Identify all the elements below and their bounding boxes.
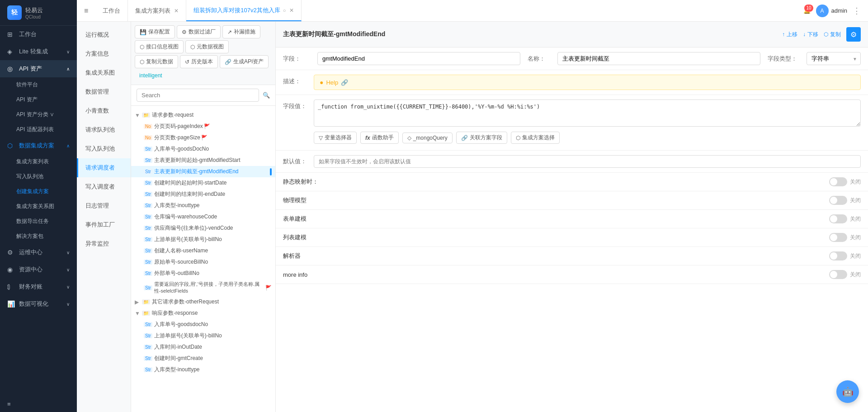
left-nav-request-queue[interactable]: 请求队列池 (77, 120, 131, 139)
sidebar-item-data-solution[interactable]: ⬡ 数据集成方案 ∧ (0, 137, 77, 154)
tree-node-inouttype-resp[interactable]: Str 入库类型-inouttype (131, 364, 275, 375)
search-input[interactable] (137, 89, 259, 102)
tree-node-gmt-end[interactable]: Str 主表更新时间截至-gmtModifiedEnd (131, 166, 275, 177)
sidebar-item-api-adapter[interactable]: API 适配器列表 (0, 122, 77, 137)
tree-node-source-bill[interactable]: Str 原始单号-sourceBillNo (131, 256, 275, 268)
sidebar-item-bottom[interactable]: ≡ (0, 396, 77, 412)
sidebar-item-ds-list[interactable]: 集成方案列表 (0, 154, 77, 169)
tree-node-select-fields[interactable]: Str 需要返回的字段,用','号拼接，子类用子类名称.属性-selelctFi… (131, 279, 275, 296)
save-config-button[interactable]: 💾 保存配置 (135, 25, 175, 38)
left-nav-solution-info[interactable]: 方案信息 (77, 44, 131, 63)
notification-bell[interactable]: 🔔 10 (803, 7, 811, 14)
left-nav-request-debugger[interactable]: 请求调度者 (77, 158, 131, 177)
tab-workspace[interactable]: 工作台 (95, 0, 128, 21)
sidebar-item-api-assets[interactable]: API 资产 (0, 92, 77, 107)
left-nav-data-mgmt[interactable]: 数据管理 (77, 82, 131, 101)
copy-data-button[interactable]: ⬡ 复制元数据 (135, 55, 178, 68)
sidebar-item-workspace[interactable]: ⊞ 工作台 (0, 26, 77, 43)
form-build-switch[interactable] (829, 214, 847, 223)
sidebar-item-finance[interactable]: ₿ 财务对账 ∨ (0, 278, 77, 295)
tree-node-goods-doc-no[interactable]: Str 入库单号-goodsdocNo (131, 319, 275, 330)
left-nav-log-mgmt[interactable]: 日志管理 (77, 196, 131, 215)
sidebar-item-api[interactable]: ◎ API 资产 ∧ (0, 60, 77, 77)
more-info-switch[interactable] (829, 270, 847, 279)
tree-node-request-params[interactable]: ▼ 📁 请求参数-request (131, 109, 275, 121)
supplement-button[interactable]: ↗ 补漏措施 (222, 25, 260, 38)
func-helper-button[interactable]: fx 函数助手 (360, 132, 399, 144)
meta-view-button[interactable]: ⬡ 元数据视图 (185, 40, 229, 53)
field-type-select[interactable]: 字符串 整数 浮点数 布尔 日期 对象 数组 (807, 52, 861, 65)
toggle-other-request[interactable]: ▶ (135, 299, 141, 305)
toggle-response-params[interactable]: ▼ (135, 310, 141, 317)
menu-toggle-icon[interactable]: ≡ (84, 7, 88, 15)
parser-switch[interactable] (829, 251, 847, 260)
tree-node-out-bill[interactable]: Str 外部单号-outBillNo (131, 268, 275, 279)
left-nav-integration-map[interactable]: 集成关系图 (77, 63, 131, 82)
tree-node-vend-code[interactable]: Str 供应商编号(往来单位)-vendCode (131, 223, 275, 234)
tree-node-warehouse-code[interactable]: Str 仓库编号-warehouseCode (131, 211, 275, 223)
sidebar-item-api-classify[interactable]: API 资产分类 ∨ (0, 107, 77, 122)
tree-node-page-index[interactable]: No 分页页码-pageIndex 🚩 (131, 121, 275, 132)
tree-node-response-params[interactable]: ▼ 📁 响应参数-response (131, 308, 275, 319)
default-value-input[interactable] (314, 155, 861, 168)
assistant-button[interactable]: 🤖 (836, 380, 859, 403)
more-info-toggle[interactable]: 关闭 (829, 270, 861, 279)
link-field-button[interactable]: 🔗 关联方案字段 (456, 132, 507, 144)
move-down-button[interactable]: ↓ 下移 (803, 31, 818, 38)
solution-select-button[interactable]: ⬡ 集成方案选择 (511, 132, 560, 144)
static-map-switch[interactable] (829, 177, 847, 186)
sidebar-item-ops[interactable]: ⚙ 运维中心 ∨ (0, 244, 77, 261)
list-build-switch[interactable] (829, 233, 847, 242)
mongo-query-button[interactable]: ◇ _mongoQuery (402, 133, 453, 143)
tree-node-start-date[interactable]: Str 创建时间的起始时间-startDate (131, 177, 275, 189)
tree-node-bill-no[interactable]: Str 上游单据号(关联单号)-billNo (131, 234, 275, 245)
sidebar-item-api-platform[interactable]: 软件平台 (0, 77, 77, 92)
interface-view-button[interactable]: ⬡ 接口信息视图 (135, 40, 184, 53)
move-up-button[interactable]: ↑ 上移 (782, 31, 797, 38)
help-link[interactable]: 🔗 (341, 79, 348, 86)
parser-toggle[interactable]: 关闭 (829, 251, 861, 260)
user-menu[interactable]: A admin (816, 5, 847, 17)
left-nav-write-queue[interactable]: 写入队列池 (77, 139, 131, 158)
sidebar-item-ds-write-queue[interactable]: 写入队列池 (0, 169, 77, 184)
sidebar-item-lite[interactable]: ◈ Lite 轻集成 ∨ (0, 43, 77, 60)
tree-node-username[interactable]: Str 创建人名称-userName (131, 245, 275, 256)
data-filter-button[interactable]: ⚙ 数据过滤厂 (177, 25, 221, 38)
tree-node-other-request[interactable]: ▶ 📁 其它请求参数-otherRequest (131, 296, 275, 308)
topbar-more-icon[interactable]: ⋮ (853, 6, 861, 16)
tree-node-gmt-start[interactable]: Str 主表更新时间起始-gmtModifiedStart (131, 155, 275, 166)
tree-node-goods-doc[interactable]: Str 入库单号-goodsDocNo (131, 143, 275, 155)
sidebar-item-ds-solution-pkg[interactable]: 解决方案包 (0, 229, 77, 244)
sidebar-item-ds-create[interactable]: 创建集成方案 (0, 184, 77, 199)
intelligent-button[interactable]: intelligent (135, 70, 167, 81)
tab-solution-list[interactable]: 集成方案列表 ✕ (128, 0, 186, 21)
tab-solution-detail[interactable]: 组装拆卸入库对接107v2其他入库 ○ ✕ (186, 0, 302, 21)
tree-node-page-size[interactable]: No 分页页数-pageSize 🚩 (131, 132, 275, 143)
form-build-toggle[interactable]: 关闭 (829, 214, 861, 223)
tree-node-end-date[interactable]: Str 创建时间的结束时间-endDate (131, 189, 275, 200)
field-name-input[interactable] (557, 52, 760, 65)
tab-solution-detail-close-icon[interactable]: ✕ (289, 7, 294, 14)
sidebar-item-ds-relations[interactable]: 集成方案关系图 (0, 199, 77, 214)
var-selector-button[interactable]: ▽ 变量选择器 (314, 132, 357, 144)
tree-node-in-out-date[interactable]: Str 入库时间-inOutDate (131, 341, 275, 353)
list-build-toggle[interactable]: 关闭 (829, 233, 861, 242)
tree-node-inout-type[interactable]: Str 入库类型-inouttype (131, 200, 275, 211)
physical-model-switch[interactable] (829, 196, 847, 205)
tree-node-gmt-create[interactable]: Str 创建时间-gmtCreate (131, 353, 275, 364)
tab-solution-list-close-icon[interactable]: ✕ (174, 8, 179, 14)
left-nav-event-factory[interactable]: 事件加工厂 (77, 215, 131, 234)
field-value-textarea[interactable]: _function from_unixtime({{CURRENT_TIME}}… (314, 99, 861, 127)
sidebar-item-resources[interactable]: ◉ 资源中心 ∨ (0, 261, 77, 278)
copy-field-button[interactable]: ⬡ 复制 (824, 31, 841, 38)
tree-node-bill-no-resp[interactable]: Str 上游单据号(关联单号)-billNo (131, 330, 275, 341)
left-nav-overview[interactable]: 运行概况 (77, 25, 131, 44)
left-nav-anomaly-monitor[interactable]: 异常监控 (77, 234, 131, 253)
left-nav-small-green[interactable]: 小青查数 (77, 101, 131, 120)
toggle-request-params[interactable]: ▼ (135, 112, 141, 118)
left-nav-write-debugger[interactable]: 写入调度者 (77, 177, 131, 196)
static-map-toggle[interactable]: 关闭 (829, 177, 861, 186)
gear-button[interactable]: ⚙ (846, 27, 861, 42)
sidebar-item-data-vis[interactable]: 📊 数据可视化 ∨ (0, 295, 77, 313)
physical-model-toggle[interactable]: 关闭 (829, 196, 861, 205)
